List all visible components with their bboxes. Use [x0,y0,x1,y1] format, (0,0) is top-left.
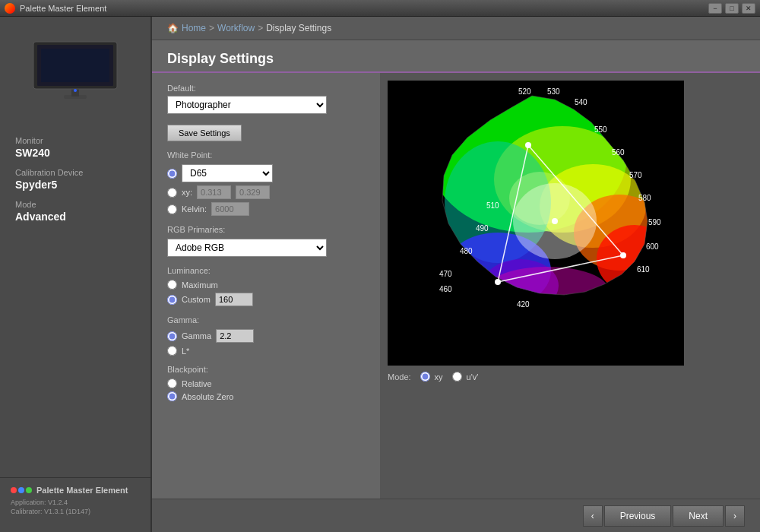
svg-point-17 [509,172,570,225]
svg-text:470: 470 [439,270,452,278]
svg-point-20 [620,252,626,258]
mode-xy-row: xy [420,372,443,382]
svg-rect-5 [41,49,109,82]
blackpoint-group: Blackpoint: Relative Absolute Zero [167,365,365,401]
svg-text:420: 420 [517,300,530,309]
mode-value: Advanced [15,211,135,223]
lstar-label: L* [182,347,189,356]
calibration-label: Calibration Device [15,168,135,177]
previous-arrow-button[interactable]: ‹ [583,505,603,527]
gamma-radio-lstar[interactable] [167,346,177,356]
svg-point-15 [486,267,608,312]
svg-text:460: 460 [439,285,452,293]
breadcrumb-sep2: > [258,23,263,33]
gamma-label: Gamma: [167,315,365,325]
default-select[interactable]: Photographer Videographer Prepress Custo… [167,96,327,114]
window-controls[interactable]: − □ ✕ [708,3,755,14]
logo-dots [11,487,32,493]
chart-area: 520 530 540 550 560 570 580 590 600 610 … [380,73,760,499]
luminance-value-input[interactable] [215,293,253,306]
app-icon [5,3,15,14]
breadcrumb-workflow-link[interactable]: Workflow [217,23,255,33]
close-button[interactable]: ✕ [742,3,755,14]
rgb-primaries-select[interactable]: Adobe RGB sRGB DCI-P3 BT.2020 Custom [167,239,327,257]
kelvin-radio-row: Kelvin: [167,202,365,216]
white-point-group: White Point: D65 D50 D55 D75 Native Cust… [167,150,365,216]
minimize-button[interactable]: − [708,3,722,14]
sidebar-footer: Palette Master Element Application: V1.2… [0,477,150,524]
xy-x-input[interactable] [197,185,231,199]
previous-button[interactable]: Previous [604,505,672,527]
svg-point-22 [495,279,501,285]
page-body: Default: Photographer Videographer Prepr… [152,73,760,499]
main-layout: Monitor SW240 Calibration Device Spyder5… [0,17,760,532]
cie-chart-container: 520 530 540 550 560 570 580 590 600 610 … [388,81,684,366]
monitor-label: Monitor [15,136,135,145]
luminance-maximum-row: Maximum [167,280,365,290]
lstar-radio-row: L* [167,346,365,356]
gamma-value-input[interactable] [216,329,254,343]
white-point-label: White Point: [167,150,365,160]
rgb-primaries-label: RGB Primaries: [167,225,365,234]
luminance-custom-label: Custom [182,295,211,304]
blackpoint-relative-label: Relative [182,379,212,388]
save-button-wrapper: Save Settings [167,123,365,141]
kelvin-input[interactable] [211,202,249,216]
xy-label: xy: [182,188,192,197]
chart-mode-radio-uv[interactable] [452,372,462,382]
titlebar-left: Palette Master Element [5,3,106,14]
gamma-group: Gamma: Gamma L* [167,315,365,356]
next-arrow-button[interactable]: › [725,505,745,527]
svg-point-21 [525,142,531,148]
svg-text:600: 600 [646,242,659,251]
bottom-nav-bar: ‹ Previous Next › [152,499,760,532]
svg-text:490: 490 [476,224,489,233]
white-point-radio-kelvin[interactable] [167,204,177,214]
svg-text:590: 590 [648,218,661,226]
blackpoint-absolute-row: Absolute Zero [167,391,365,401]
white-point-radio-xy[interactable] [167,188,177,198]
page-title: Display Settings [167,51,745,67]
breadcrumb-home-link[interactable]: Home [182,23,206,33]
white-point-radio-d65[interactable] [167,169,177,179]
blackpoint-label: Blackpoint: [167,365,365,374]
next-button[interactable]: Next [673,505,724,527]
home-icon: 🏠 [167,23,179,33]
monitor-image-area [0,24,150,119]
breadcrumb-sep1: > [209,23,214,33]
chart-mode-radio-xy[interactable] [420,372,430,382]
rgb-primaries-group: RGB Primaries: Adobe RGB sRGB DCI-P3 BT.… [167,225,365,257]
save-settings-button[interactable]: Save Settings [167,125,242,141]
white-point-select[interactable]: D65 D50 D55 D75 Native Custom [182,164,273,182]
page-header: Display Settings [152,40,760,73]
svg-text:610: 610 [637,265,650,274]
chart-mode-label: Mode: [388,372,411,382]
svg-text:580: 580 [638,194,651,202]
svg-text:530: 530 [547,87,560,96]
gamma-radio-gamma[interactable] [167,331,177,341]
luminance-group: Luminance: Maximum Custom [167,266,365,306]
luminance-radio-maximum[interactable] [167,280,177,290]
chart-mode-row: Mode: xy u'v' [388,372,752,382]
maximize-button[interactable]: □ [725,3,739,14]
svg-text:480: 480 [460,247,473,255]
blackpoint-radio-relative[interactable] [167,378,177,388]
luminance-radio-custom[interactable] [167,295,177,305]
blackpoint-radio-absolute[interactable] [167,391,177,401]
chart-mode-uv-label: u'v' [467,372,479,382]
svg-text:510: 510 [486,201,499,210]
xy-y-input[interactable] [236,185,270,199]
luminance-maximum-label: Maximum [182,280,218,290]
titlebar: Palette Master Element − □ ✕ [0,0,760,17]
cie-chart-svg: 520 530 540 550 560 570 580 590 600 610 … [388,81,684,366]
logo-dot-green [26,487,32,493]
page-content: Display Settings Default: Photographer V… [152,40,760,499]
chart-mode-xy-label: xy [435,372,443,382]
settings-panel: Default: Photographer Videographer Prepr… [152,73,380,499]
svg-point-4 [74,89,77,92]
breadcrumb: 🏠 Home > Workflow > Display Settings [152,17,760,40]
blackpoint-absolute-label: Absolute Zero [182,392,233,401]
svg-text:550: 550 [594,125,607,134]
footer-title: Palette Master Element [36,486,128,495]
kelvin-label: Kelvin: [182,204,207,214]
